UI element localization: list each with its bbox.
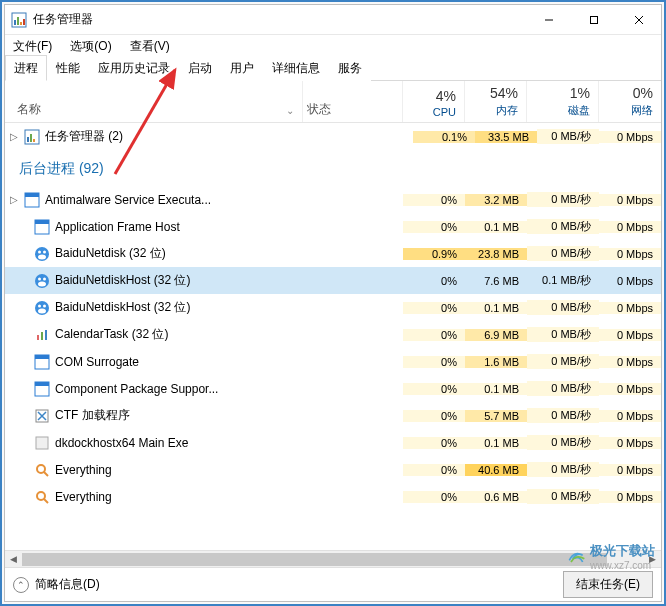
net-cell: 0 Mbps [599, 464, 661, 476]
tab-performance[interactable]: 性能 [47, 55, 89, 81]
tab-services[interactable]: 服务 [329, 55, 371, 81]
svg-point-27 [38, 304, 41, 307]
menu-file[interactable]: 文件(F) [9, 36, 56, 57]
process-name: Antimalware Service Executa... [41, 193, 303, 207]
chevron-up-icon: ⌃ [13, 577, 29, 593]
disk-cell: 0 MB/秒 [527, 462, 599, 477]
svg-rect-30 [41, 332, 43, 340]
horizontal-scrollbar[interactable]: ◀ ▶ [5, 550, 661, 567]
process-name: Component Package Suppor... [51, 382, 303, 396]
net-cell: 0 Mbps [599, 491, 661, 503]
net-cell: 0 Mbps [599, 302, 661, 314]
col-name-label: 名称 [17, 101, 41, 118]
mem-cell: 40.6 MB [465, 464, 527, 476]
col-disk[interactable]: 1% 磁盘 [527, 81, 599, 122]
disk-cell: 0 MB/秒 [527, 408, 599, 423]
mem-cell: 33.5 MB [475, 131, 537, 143]
net-label: 网络 [631, 103, 653, 118]
net-cell: 0 Mbps [599, 329, 661, 341]
table-row[interactable]: Everything0%0.6 MB0 MB/秒0 Mbps [5, 483, 661, 510]
table-row[interactable]: COM Surrogate0%1.6 MB0 MB/秒0 Mbps [5, 348, 661, 375]
svg-rect-10 [27, 137, 29, 142]
mem-cell: 0.1 MB [465, 302, 527, 314]
fewer-details-toggle[interactable]: ⌃ 简略信息(D) [13, 576, 563, 593]
col-network[interactable]: 0% 网络 [599, 81, 661, 122]
table-row[interactable]: BaiduNetdisk (32 位)0.9%23.8 MB0 MB/秒0 Mb… [5, 240, 661, 267]
process-icon [33, 354, 51, 370]
table-row[interactable]: ▷ 任务管理器 (2) 0.1% 33.5 MB 0 MB/秒 0 Mbps [5, 123, 661, 150]
scroll-right-icon[interactable]: ▶ [644, 551, 661, 567]
task-manager-icon [23, 129, 41, 145]
table-row[interactable]: CTF 加载程序0%5.7 MB0 MB/秒0 Mbps [5, 402, 661, 429]
svg-point-28 [43, 304, 46, 307]
close-button[interactable] [616, 5, 661, 34]
tab-startup[interactable]: 启动 [179, 55, 221, 81]
process-name: dkdockhostx64 Main Exe [51, 436, 303, 450]
mem-usage-pct: 54% [490, 85, 518, 101]
col-status[interactable]: 状态 [303, 81, 403, 122]
svg-rect-12 [33, 139, 35, 142]
minimize-button[interactable] [526, 5, 571, 34]
end-task-button[interactable]: 结束任务(E) [563, 571, 653, 598]
table-row[interactable]: ▷Antimalware Service Executa...0%3.2 MB0… [5, 186, 661, 213]
expand-icon[interactable]: ▷ [5, 131, 23, 142]
cpu-cell: 0% [403, 464, 465, 476]
col-name[interactable]: 名称 ⌄ [5, 81, 303, 122]
svg-point-19 [38, 250, 41, 253]
svg-line-41 [44, 499, 48, 503]
table-row[interactable]: BaiduNetdiskHost (32 位)0%7.6 MB0.1 MB/秒0… [5, 267, 661, 294]
disk-cell: 0 MB/秒 [527, 435, 599, 450]
process-icon [33, 219, 51, 235]
menu-view[interactable]: 查看(V) [126, 36, 174, 57]
svg-point-22 [38, 281, 46, 286]
cpu-usage-pct: 4% [436, 88, 456, 104]
tab-strip: 进程 性能 应用历史记录 启动 用户 详细信息 服务 [5, 57, 661, 81]
process-icon [33, 489, 51, 505]
titlebar: 任务管理器 [5, 5, 661, 35]
svg-rect-29 [37, 335, 39, 340]
col-memory[interactable]: 54% 内存 [465, 81, 527, 122]
menu-options[interactable]: 选项(O) [66, 36, 115, 57]
app-icon [11, 12, 27, 28]
scroll-left-icon[interactable]: ◀ [5, 551, 22, 567]
cpu-cell: 0% [403, 194, 465, 206]
svg-point-26 [38, 308, 46, 313]
svg-rect-37 [36, 437, 48, 449]
svg-rect-14 [25, 193, 39, 197]
maximize-button[interactable] [571, 5, 616, 34]
mem-cell: 0.1 MB [465, 383, 527, 395]
disk-cell: 0 MB/秒 [527, 300, 599, 315]
table-row[interactable]: Component Package Suppor...0%0.1 MB0 MB/… [5, 375, 661, 402]
expand-icon[interactable]: ▷ [5, 194, 23, 205]
disk-cell: 0 MB/秒 [527, 219, 599, 234]
tab-app-history[interactable]: 应用历史记录 [89, 55, 179, 81]
process-icon [33, 462, 51, 478]
table-row[interactable]: BaiduNetdiskHost (32 位)0%0.1 MB0 MB/秒0 M… [5, 294, 661, 321]
table-row[interactable]: dkdockhostx64 Main Exe0%0.1 MB0 MB/秒0 Mb… [5, 429, 661, 456]
col-cpu[interactable]: 4% CPU [403, 81, 465, 122]
table-row[interactable]: Application Frame Host0%0.1 MB0 MB/秒0 Mb… [5, 213, 661, 240]
scroll-track[interactable] [22, 551, 644, 567]
process-name: BaiduNetdisk (32 位) [51, 245, 303, 262]
scroll-thumb[interactable] [22, 553, 607, 566]
svg-rect-3 [20, 22, 22, 25]
table-row[interactable]: Everything0%40.6 MB0 MB/秒0 Mbps [5, 456, 661, 483]
net-cell: 0 Mbps [599, 131, 661, 143]
net-usage-pct: 0% [633, 85, 653, 101]
svg-point-20 [43, 250, 46, 253]
cpu-cell: 0.9% [403, 248, 465, 260]
svg-point-23 [38, 277, 41, 280]
table-row[interactable]: CalendarTask (32 位)0%6.9 MB0 MB/秒0 Mbps [5, 321, 661, 348]
group-background-processes: 后台进程 (92) [5, 150, 661, 186]
process-name: BaiduNetdiskHost (32 位) [51, 299, 303, 316]
tab-users[interactable]: 用户 [221, 55, 263, 81]
process-name: BaiduNetdiskHost (32 位) [51, 272, 303, 289]
tab-processes[interactable]: 进程 [5, 55, 47, 81]
mem-cell: 5.7 MB [465, 410, 527, 422]
svg-rect-33 [35, 355, 49, 359]
tab-details[interactable]: 详细信息 [263, 55, 329, 81]
cpu-cell: 0% [403, 437, 465, 449]
disk-label: 磁盘 [568, 103, 590, 118]
process-icon [33, 327, 51, 343]
net-cell: 0 Mbps [599, 194, 661, 206]
